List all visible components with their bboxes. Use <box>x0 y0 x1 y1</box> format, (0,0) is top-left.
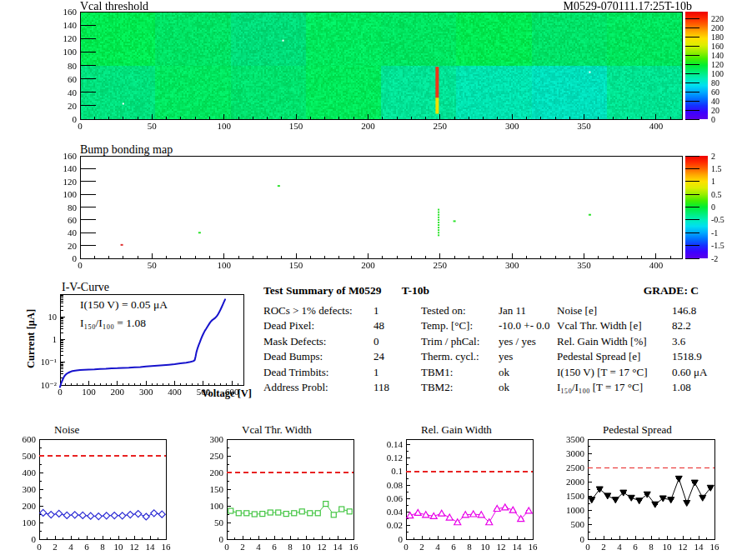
y-tick-label: 50 <box>214 518 224 528</box>
data-marker <box>252 512 257 517</box>
x-tick-label: 500 <box>197 387 211 397</box>
plot-frame <box>61 295 244 386</box>
y-tick-label: 140 <box>63 20 78 30</box>
x-tick-label: 400 <box>649 260 664 270</box>
data-marker <box>236 511 241 516</box>
data-marker <box>244 511 249 516</box>
defect-stripe-dash <box>438 214 439 216</box>
defect-stripe-dash <box>438 229 439 231</box>
x-tick-label: 14 <box>146 542 156 552</box>
x-tick-label: 6 <box>84 542 89 552</box>
x-tick-label: 50 <box>148 121 158 131</box>
data-marker <box>228 508 233 513</box>
x-tick-label: 4 <box>256 542 261 552</box>
x-tick-label: 10 <box>481 542 491 552</box>
colorbar-label: -1 <box>711 228 718 238</box>
defect-dot <box>589 214 591 216</box>
data-marker <box>339 507 344 512</box>
x-tick-label: 50 <box>148 260 158 270</box>
x-tick-label: 300 <box>505 260 519 270</box>
x-tick-label: 6 <box>272 542 277 552</box>
plot-frame <box>81 157 683 259</box>
colorbar-label: -0.5 <box>711 215 724 224</box>
x-tick-label: 16 <box>529 542 539 552</box>
x-tick-label: 0 <box>404 542 409 552</box>
y-tick-label: 2000 <box>566 477 585 487</box>
iv-curve-line <box>60 299 225 387</box>
data-marker <box>79 512 86 518</box>
y-tick-label: 80 <box>68 202 78 212</box>
y-tick-label: 10⁻¹ <box>41 358 57 367</box>
x-tick-label: 200 <box>111 387 125 397</box>
data-marker <box>315 511 320 516</box>
defect-stripe-dash <box>438 222 439 223</box>
y-tick-label: 3000 <box>566 448 585 458</box>
y-tick-label: 0 <box>580 534 585 544</box>
x-tick-label: 8 <box>100 542 105 552</box>
x-tick-label: 2 <box>419 542 424 552</box>
x-tick-label: 14 <box>694 542 704 552</box>
y-tick-label: 0.1 <box>391 466 403 476</box>
y-tick-label: 100 <box>63 47 78 57</box>
data-marker <box>143 513 149 520</box>
y-tick-label: 0 <box>73 253 78 263</box>
x-tick-label: 16 <box>162 542 172 552</box>
data-marker <box>347 509 352 514</box>
plot-frame <box>228 440 354 540</box>
y-tick-label: 80 <box>68 61 78 71</box>
y-tick-label: 60 <box>68 215 78 225</box>
y-tick-label: 400 <box>23 468 37 478</box>
defect-stripe-dash <box>438 219 439 221</box>
colorbar-label: 0 <box>711 115 715 124</box>
x-tick-label: 16 <box>710 542 720 552</box>
x-tick-label: 300 <box>505 121 519 131</box>
y-tick-label: 20 <box>68 241 78 251</box>
defect-stripe-dash <box>438 217 439 218</box>
y-tick-label: 3500 <box>566 434 585 444</box>
x-tick-label: 0 <box>78 121 83 131</box>
y-tick-label: 120 <box>63 33 78 43</box>
x-tick-label: 250 <box>434 260 448 270</box>
data-marker <box>331 512 336 518</box>
colorbar-label: 60 <box>711 88 719 97</box>
x-tick-label: 12 <box>497 542 506 552</box>
colorbar-label: 0 <box>711 202 715 212</box>
x-tick-label: 2 <box>240 542 245 552</box>
data-marker <box>111 512 118 519</box>
x-tick-label: 100 <box>217 121 231 131</box>
data-marker <box>88 512 94 519</box>
x-tick-label: 2 <box>53 542 58 552</box>
y-tick-label: 250 <box>210 451 224 461</box>
defect-dot <box>121 244 123 246</box>
colorbar-label: 140 <box>711 51 724 60</box>
x-tick-label: 8 <box>649 542 654 552</box>
x-tick-label: 350 <box>577 121 591 131</box>
x-tick-label: 6 <box>451 542 456 552</box>
colorbar-label: 40 <box>711 97 719 106</box>
x-tick-label: 200 <box>361 260 375 270</box>
y-tick-label: 0 <box>32 534 37 544</box>
x-tick-label: 6 <box>633 542 638 552</box>
x-tick-label: 0 <box>58 387 63 397</box>
x-tick-label: 10 <box>663 542 673 552</box>
x-tick-label: 600 <box>225 387 239 397</box>
data-marker <box>268 510 273 515</box>
module-test-report: Vcal threshold M0529-070111.17:25T-10b B… <box>0 0 747 560</box>
x-tick-label: 300 <box>139 387 153 397</box>
x-tick-label: 10 <box>302 542 312 552</box>
x-tick-label: 12 <box>318 542 327 552</box>
y-tick-label: 1500 <box>566 491 585 501</box>
x-tick-label: 150 <box>289 260 303 270</box>
y-tick-label: 60 <box>68 74 78 84</box>
y-tick-label: 140 <box>63 163 78 173</box>
y-tick-label: 0.12 <box>387 452 403 462</box>
y-tick-label: 2500 <box>566 462 585 472</box>
x-tick-label: 2 <box>601 542 606 552</box>
x-tick-label: 150 <box>289 121 303 131</box>
y-tick-label: 40 <box>68 88 78 98</box>
x-tick-label: 350 <box>577 260 591 270</box>
defect-stripe-dash <box>438 209 439 211</box>
y-tick-label: 10⁻² <box>41 381 57 390</box>
x-tick-label: 250 <box>434 121 448 131</box>
defect-dot <box>278 185 280 187</box>
